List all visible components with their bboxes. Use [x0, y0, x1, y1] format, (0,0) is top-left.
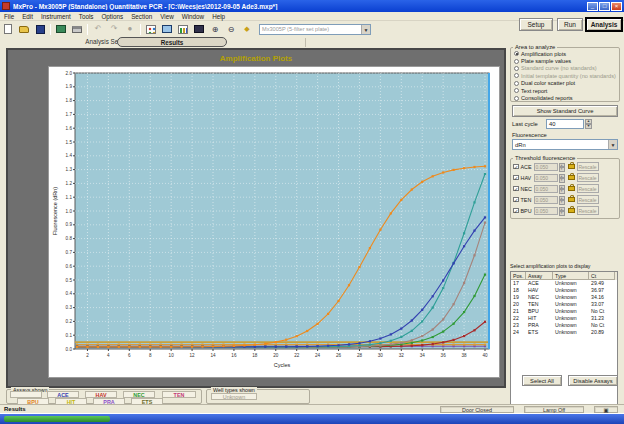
threshold-stepper[interactable]: ▲▼ — [559, 185, 565, 193]
table-row[interactable]: 23PRA UnknownNo Ct — [511, 322, 617, 329]
disable-assays-button[interactable]: Disable Assays — [568, 375, 618, 386]
minimize-button[interactable]: _ — [587, 2, 598, 11]
menu-section[interactable]: Section — [127, 13, 156, 20]
print-icon[interactable] — [70, 23, 84, 36]
table-row[interactable]: 18HAV Unknown36.97 — [511, 287, 617, 294]
amplification-chart[interactable]: 0.00.10.20.30.40.50.60.70.80.91.01.11.21… — [49, 67, 499, 377]
close-button[interactable]: × — [611, 2, 622, 11]
undo-icon[interactable]: ↶ — [91, 23, 105, 36]
table-row[interactable]: 19NEC Unknown34.16 — [511, 294, 617, 301]
plate-view-icon[interactable] — [192, 23, 206, 36]
radio-dual-color-scatter-plot[interactable]: Dual color scatter plot — [511, 80, 619, 87]
tab-results[interactable]: Results — [117, 37, 227, 47]
menu-edit[interactable]: Edit — [18, 13, 37, 20]
svg-text:14: 14 — [210, 353, 216, 358]
svg-text:0.8: 0.8 — [66, 236, 73, 241]
svg-text:22: 22 — [294, 353, 300, 358]
menu-window[interactable]: Window — [178, 13, 208, 20]
rescale-button: Rescale — [577, 184, 599, 193]
threshold-input[interactable]: 0.050 — [534, 163, 558, 171]
svg-text:0.1: 0.1 — [66, 333, 73, 338]
menu-instrument[interactable]: Instrument — [37, 13, 75, 20]
menu-options[interactable]: Options — [97, 13, 127, 20]
table-row[interactable]: 22HIT Unknown31.23 — [511, 315, 617, 322]
svg-text:38: 38 — [462, 353, 468, 358]
radio-icon — [514, 73, 519, 78]
open-icon[interactable] — [17, 23, 31, 36]
table-row[interactable]: 21BPU UnknownNo Ct — [511, 308, 617, 315]
analysis-button[interactable]: Analysis — [586, 18, 622, 31]
svg-text:20: 20 — [273, 353, 279, 358]
zoom-out-icon[interactable]: ⊖ — [224, 23, 238, 36]
key-icon[interactable]: ◆ — [240, 23, 254, 36]
radio-initial-template-quantity: Initial template quantity (no standards) — [511, 72, 619, 79]
plate-selector-dropdown[interactable]: Mx3005P (5-filter set plate) ▼ — [259, 24, 371, 35]
last-cycle-stepper[interactable]: ▲▼ — [585, 119, 592, 129]
menu-view[interactable]: View — [156, 13, 178, 20]
redo-icon[interactable]: ↷ — [107, 23, 121, 36]
svg-text:Cycles: Cycles — [274, 362, 291, 368]
radio-icon — [514, 88, 519, 93]
setup-button[interactable]: Setup — [519, 18, 553, 31]
area-to-analyze-group: Area to analyze Amplification plots Plat… — [510, 44, 620, 102]
assay-toggle[interactable]: TEN — [162, 391, 196, 398]
threshold-stepper[interactable]: ▲▼ — [559, 174, 565, 182]
apply-icon[interactable]: ● — [123, 23, 137, 36]
threshold-row: ✓ ACE 0.050 ▲▼ Rescale — [511, 161, 619, 172]
lock-icon[interactable] — [568, 186, 575, 192]
chart-icon[interactable] — [176, 23, 190, 36]
table-row[interactable]: 24ETS Unknown20.89 — [511, 329, 617, 336]
menu-file[interactable]: File — [0, 13, 18, 20]
status-icon: ▣ — [594, 406, 618, 413]
threshold-stepper[interactable]: ▲▼ — [559, 196, 565, 204]
svg-text:16: 16 — [231, 353, 237, 358]
lock-icon[interactable] — [568, 175, 575, 181]
area-to-analyze-title: Area to analyze — [513, 44, 557, 50]
status-lamp: Lamp Off — [524, 406, 584, 413]
table-row[interactable]: 20TEN Unknown33.07 — [511, 301, 617, 308]
radio-plate-sample-values[interactable]: Plate sample values — [511, 57, 619, 64]
threshold-input[interactable]: 0.050 — [534, 196, 558, 204]
run-button[interactable]: Run — [557, 18, 583, 31]
amplification-chart-card: 0.00.10.20.30.40.50.60.70.80.91.01.11.21… — [48, 66, 500, 378]
threshold-input[interactable]: 0.050 — [534, 174, 558, 182]
lock-icon[interactable] — [568, 197, 575, 203]
radio-text-report[interactable]: Text report — [511, 87, 619, 94]
svg-text:0.2: 0.2 — [66, 319, 73, 324]
status-section: Results — [4, 406, 26, 412]
menu-help[interactable]: Help — [208, 13, 229, 20]
thermal-profile-icon[interactable] — [160, 23, 174, 36]
select-all-button[interactable]: Select All — [522, 375, 562, 386]
radio-consolidated-reports[interactable]: Consolidated reports — [511, 94, 619, 101]
threshold-input[interactable]: 0.050 — [534, 207, 558, 215]
zoom-in-icon[interactable]: ⊕ — [208, 23, 222, 36]
progress-segment — [4, 416, 110, 422]
svg-text:1.9: 1.9 — [66, 84, 73, 89]
last-cycle-input[interactable]: 40 — [546, 119, 584, 129]
save-icon[interactable] — [33, 23, 47, 36]
app-icon — [2, 2, 10, 10]
threshold-row: ✓ TEN 0.050 ▲▼ Rescale — [511, 194, 619, 205]
threshold-stepper[interactable]: ▲▼ — [559, 207, 565, 215]
menu-tools[interactable]: Tools — [75, 13, 98, 20]
well-type-toggle[interactable]: Unknown — [211, 393, 257, 400]
table-row[interactable]: 17ACE Unknown29.49 — [511, 280, 617, 287]
lock-icon[interactable] — [568, 164, 575, 170]
title-bar: MxPro - Mx3005P (Standalone) Quantitativ… — [0, 0, 624, 12]
threshold-stepper[interactable]: ▲▼ — [559, 163, 565, 171]
svg-text:36: 36 — [441, 353, 447, 358]
fluorescence-dropdown[interactable]: dRn ▼ — [512, 139, 618, 150]
svg-text:1.1: 1.1 — [66, 195, 73, 200]
svg-text:0.7: 0.7 — [66, 250, 73, 255]
new-document-icon[interactable] — [1, 23, 15, 36]
maximize-button[interactable]: □ — [599, 2, 610, 11]
threshold-row: ✓ NEC 0.050 ▲▼ Rescale — [511, 183, 619, 194]
export-icon[interactable] — [54, 23, 68, 36]
show-standard-curve-button[interactable]: Show Standard Curve — [512, 105, 618, 117]
threshold-input[interactable]: 0.050 — [534, 185, 558, 193]
plate-setup-icon[interactable] — [144, 23, 158, 36]
lock-icon[interactable] — [568, 208, 575, 214]
svg-text:1.4: 1.4 — [66, 153, 73, 158]
radio-icon — [514, 59, 519, 64]
radio-amplification-plots[interactable]: Amplification plots — [511, 50, 619, 57]
